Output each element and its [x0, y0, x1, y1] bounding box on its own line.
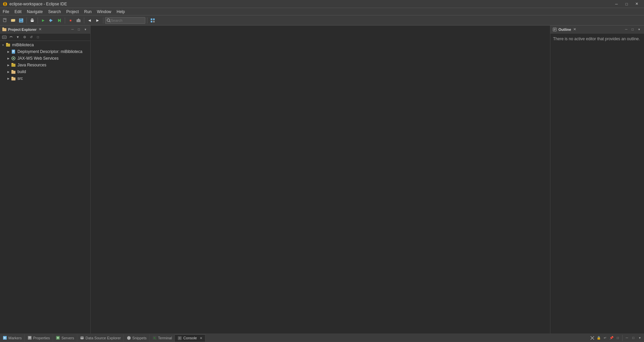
outline-close[interactable]: ✕	[573, 27, 577, 32]
console-menu-btn[interactable]: ▾	[637, 335, 643, 341]
panel-maximize-btn[interactable]: □	[76, 26, 82, 33]
bottom-header: M Markers Properties Servers Data Source…	[0, 334, 644, 342]
explorer-toolbar: ▼ ⚙ ↺ □	[0, 34, 90, 41]
maximize-button[interactable]: □	[622, 1, 631, 7]
outline-minimize-btn[interactable]: ─	[623, 26, 629, 33]
svg-rect-39	[11, 70, 13, 71]
panel-view-menu-btn[interactable]: ▾	[82, 26, 88, 33]
datasource-icon	[80, 336, 84, 340]
stop-button[interactable]: ■	[67, 17, 74, 24]
link-editor-btn[interactable]	[8, 34, 14, 40]
svg-rect-29	[6, 43, 8, 44]
svg-rect-14	[49, 20, 50, 21]
menu-file[interactable]: File	[0, 8, 12, 15]
minimize-button[interactable]: ─	[612, 1, 621, 7]
perspective-button[interactable]	[149, 17, 156, 24]
search-box[interactable]	[105, 17, 145, 24]
customize-btn[interactable]: ⚙	[21, 34, 28, 40]
title-bar: eclipse-workspace - Eclipse IDE ─ □ ✕	[0, 0, 644, 8]
build-button[interactable]	[75, 17, 82, 24]
svg-point-35	[13, 58, 14, 59]
sync-btn[interactable]: ↺	[28, 34, 34, 40]
console-icon: >	[178, 336, 182, 340]
toolbar-sep-1	[27, 17, 27, 23]
tab-markers[interactable]: M Markers	[0, 334, 25, 342]
collapse-all-btn[interactable]	[1, 34, 7, 40]
tree-area[interactable]: ▾ miBiblioteca ▶ Deployment Descriptor: …	[0, 41, 90, 334]
debug-button[interactable]	[48, 17, 55, 24]
console-open-btn[interactable]: □	[615, 335, 621, 341]
tab-snippets[interactable]: Snippets	[124, 334, 150, 342]
svg-rect-37	[11, 63, 13, 64]
svg-rect-21	[153, 18, 155, 20]
properties-icon	[28, 336, 32, 340]
project-explorer-title: Project Explorer	[8, 27, 37, 32]
expand-btn[interactable]: □	[35, 34, 41, 40]
svg-text:M: M	[4, 337, 6, 339]
tab-console[interactable]: > Console ✕	[175, 334, 205, 342]
new-button[interactable]	[1, 17, 9, 24]
build-icon	[11, 69, 16, 74]
outline-message: There is no active editor that provides …	[550, 34, 644, 45]
tab-servers[interactable]: Servers	[53, 334, 77, 342]
console-pin-btn[interactable]: 📌	[608, 335, 614, 341]
console-minimize-btn[interactable]: ─	[624, 335, 630, 341]
back-button[interactable]: ◀	[86, 17, 93, 24]
menu-run[interactable]: Run	[82, 8, 94, 15]
src-arrow: ▶	[6, 76, 11, 81]
console-word-wrap-btn[interactable]: ↵	[602, 335, 608, 341]
tree-item-jaxws[interactable]: ▶ JAX-WS Web Services	[0, 55, 90, 62]
java-arrow: ▶	[6, 63, 11, 67]
search-input[interactable]	[111, 18, 138, 22]
menu-search[interactable]: Search	[45, 8, 63, 15]
project-icon	[5, 42, 11, 48]
menu-window[interactable]: Window	[94, 8, 114, 15]
run-last-button[interactable]	[56, 17, 63, 24]
outline-header: Outline ✕ ─ □ ▾	[550, 25, 644, 34]
deployment-icon	[11, 49, 16, 54]
menu-navigate[interactable]: Navigate	[24, 8, 45, 15]
project-explorer-icon	[2, 27, 7, 32]
tab-datasource[interactable]: Data Source Explorer	[77, 334, 124, 342]
svg-rect-38	[11, 71, 15, 74]
forward-button[interactable]: ▶	[94, 17, 101, 24]
tab-datasource-label: Data Source Explorer	[86, 336, 121, 340]
svg-line-19	[109, 21, 110, 22]
tree-item-src[interactable]: ▶ src	[0, 75, 90, 82]
svg-marker-15	[58, 19, 60, 22]
menu-help[interactable]: Help	[114, 8, 128, 15]
tree-item-deployment[interactable]: ▶ Deployment Descriptor: miBiblioteca	[0, 48, 90, 55]
close-button[interactable]: ✕	[632, 1, 641, 7]
menu-project[interactable]: Project	[63, 8, 81, 15]
outline-menu-btn[interactable]: ▾	[636, 26, 642, 33]
svg-point-52	[57, 337, 59, 339]
svg-rect-20	[151, 18, 152, 20]
panel-minimize-btn[interactable]: ─	[69, 26, 76, 33]
svg-rect-30	[12, 50, 15, 54]
tree-item-root[interactable]: ▾ miBiblioteca	[0, 42, 90, 48]
markers-icon: M	[3, 336, 7, 340]
menu-edit[interactable]: Edit	[12, 8, 24, 15]
filter-btn[interactable]: ▼	[15, 34, 21, 40]
save-button[interactable]	[17, 17, 25, 24]
tab-console-close[interactable]: ✕	[200, 336, 202, 340]
tree-item-build[interactable]: ▶ build	[0, 68, 90, 75]
print-button[interactable]	[29, 17, 36, 24]
open-button[interactable]	[9, 17, 17, 24]
tab-properties[interactable]: Properties	[25, 334, 53, 342]
tab-terminal-label: Terminal	[158, 336, 172, 340]
jaxws-icon	[11, 56, 16, 61]
run-button[interactable]: ▶	[40, 17, 47, 24]
outline-icon	[552, 27, 557, 32]
svg-rect-9	[20, 21, 22, 22]
console-maximize-btn[interactable]: □	[630, 335, 636, 341]
tab-properties-label: Properties	[33, 336, 50, 340]
tree-item-java[interactable]: ▶ Java Resources	[0, 62, 90, 68]
tab-terminal[interactable]: >_ Terminal	[150, 334, 175, 342]
console-scroll-lock-btn[interactable]: 🔒	[596, 335, 602, 341]
console-clear-btn[interactable]	[589, 335, 595, 341]
panel-title-area: Project Explorer ✕	[2, 27, 42, 32]
outline-maximize-btn[interactable]: □	[630, 26, 636, 33]
deployment-arrow: ▶	[6, 49, 11, 54]
project-explorer-close[interactable]: ✕	[38, 27, 42, 32]
